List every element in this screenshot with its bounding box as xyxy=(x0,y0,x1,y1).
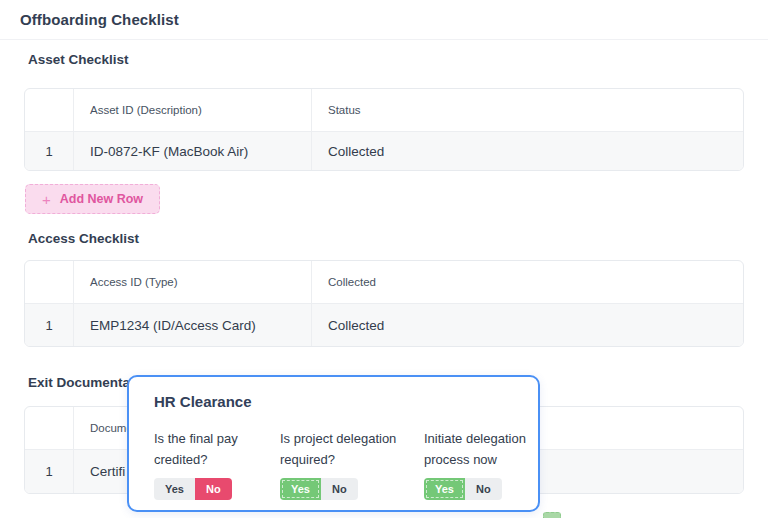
add-new-row-button[interactable]: + Add New Row xyxy=(25,184,160,214)
access-id-column-header: Access ID (Type) xyxy=(73,261,311,303)
yes-no-toggle: Yes No xyxy=(154,478,232,500)
row-number: 1 xyxy=(25,144,73,159)
row-number: 1 xyxy=(25,318,73,333)
clipped-green-element[interactable] xyxy=(543,512,561,518)
access-collected-cell[interactable]: Collected xyxy=(311,304,743,346)
collected-column-header: Collected xyxy=(311,261,743,303)
table-row: 1 ID-0872-KF (MacBook Air) Collected xyxy=(25,131,743,170)
asset-id-column-header: Asset ID (Description) xyxy=(73,89,311,131)
asset-table: Asset ID (Description) Status 1 ID-0872-… xyxy=(24,88,744,171)
asset-table-header: Asset ID (Description) Status xyxy=(25,89,743,131)
popup-title: HR Clearance xyxy=(154,393,252,410)
asset-checklist-heading: Asset Checklist xyxy=(28,52,129,67)
question-label: Is the final pay credited? xyxy=(154,428,276,470)
access-table-header: Access ID (Type) Collected xyxy=(25,261,743,303)
asset-id-cell[interactable]: ID-0872-KF (MacBook Air) xyxy=(73,132,311,170)
question-initiate-delegation: Initiate delegation process now Yes No xyxy=(424,428,532,500)
page-title: Offboarding Checklist xyxy=(20,11,179,28)
yes-no-toggle: Yes No xyxy=(424,478,502,500)
access-checklist-heading: Access Checklist xyxy=(28,231,139,246)
table-row: 1 EMP1234 (ID/Access Card) Collected xyxy=(25,303,743,346)
no-option[interactable]: No xyxy=(321,478,358,500)
status-column-header: Status xyxy=(311,89,743,131)
question-final-pay: Is the final pay credited? Yes No xyxy=(154,428,280,500)
hr-clearance-popup: HR Clearance Is the final pay credited? … xyxy=(127,375,540,512)
no-option[interactable]: No xyxy=(465,478,502,500)
asset-status-cell[interactable]: Collected xyxy=(311,132,743,170)
row-number: 1 xyxy=(25,464,73,479)
yes-option[interactable]: Yes xyxy=(280,478,321,500)
yes-option[interactable]: Yes xyxy=(154,478,195,500)
yes-option[interactable]: Yes xyxy=(424,478,465,500)
add-new-row-label: Add New Row xyxy=(60,192,143,206)
plus-icon: + xyxy=(42,192,51,207)
access-id-cell[interactable]: EMP1234 (ID/Access Card) xyxy=(73,304,311,346)
question-label: Is project delegation required? xyxy=(280,428,402,470)
no-option[interactable]: No xyxy=(195,478,232,500)
question-label: Initiate delegation process now xyxy=(424,428,532,470)
exit-documentation-heading: Exit Documenta xyxy=(28,375,130,390)
access-table: Access ID (Type) Collected 1 EMP1234 (ID… xyxy=(24,260,744,347)
clearance-questions: Is the final pay credited? Yes No Is pro… xyxy=(154,428,532,500)
question-project-delegation: Is project delegation required? Yes No xyxy=(280,428,424,500)
yes-no-toggle: Yes No xyxy=(280,478,358,500)
title-divider xyxy=(0,39,768,40)
